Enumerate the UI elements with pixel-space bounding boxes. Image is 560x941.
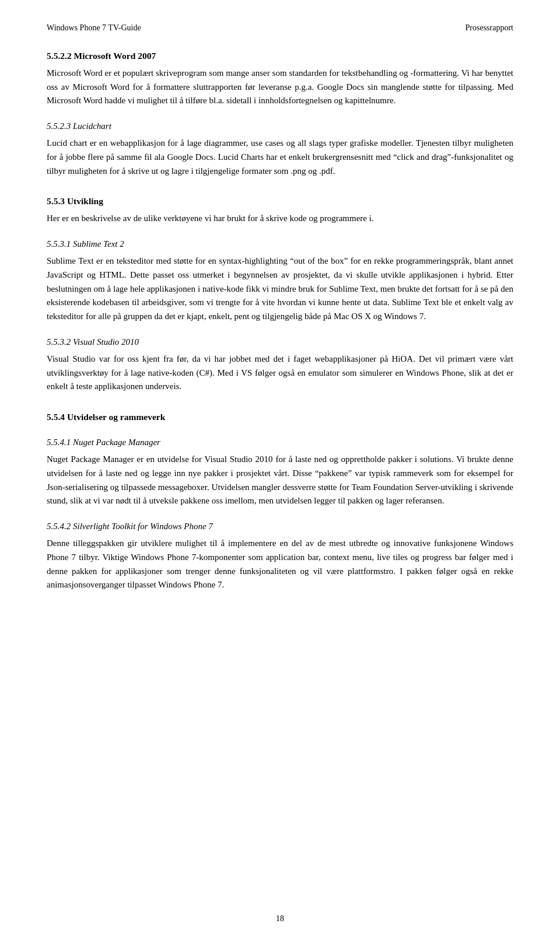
section-5522-heading: 5.5.2.2 Microsoft Word 2007 [47,49,513,63]
section-553-heading: 5.5.3 Utvikling [47,194,513,208]
section-5532: 5.5.3.2 Visual Studio 2010 Visual Studio… [47,335,513,394]
section-5522: 5.5.2.2 Microsoft Word 2007 Microsoft Wo… [47,49,513,108]
section-553-intro: Her er en beskrivelse av de ulike verktø… [47,212,513,226]
section-553: 5.5.3 Utvikling Her er en beskrivelse av… [47,194,513,226]
page-content: 5.5.2.2 Microsoft Word 2007 Microsoft Wo… [47,49,513,592]
section-5541: 5.5.4.1 Nuget Package Manager Nuget Pack… [47,436,513,508]
section-5531: 5.5.3.1 Sublime Text 2 Sublime Text er e… [47,237,513,324]
page: Windows Phone 7 TV-Guide Prosessrapport … [0,0,560,941]
section-5523-paragraph-1: Lucid chart er en webapplikasjon for å l… [47,137,513,178]
page-footer: 18 [0,914,560,923]
page-number: 18 [276,914,284,923]
section-5542: 5.5.4.2 Silverlight Toolkit for Windows … [47,520,513,592]
header-title-right: Prosessrapport [466,23,513,33]
section-5532-paragraph-1: Visual Studio var for oss kjent fra før,… [47,352,513,394]
section-5523: 5.5.2.3 Lucidchart Lucid chart er en web… [47,120,513,178]
section-554-heading: 5.5.4 Utvidelser og rammeverk [47,410,513,424]
section-5522-paragraph-1: Microsoft Word er et populært skriveprog… [47,67,513,108]
section-5531-heading: 5.5.3.1 Sublime Text 2 [47,237,513,251]
section-5531-paragraph-1: Sublime Text er en teksteditor med støtt… [47,254,513,323]
section-5523-heading: 5.5.2.3 Lucidchart [47,120,513,133]
page-header: Windows Phone 7 TV-Guide Prosessrapport [47,23,513,33]
section-5542-heading: 5.5.4.2 Silverlight Toolkit for Windows … [47,520,513,533]
section-5532-heading: 5.5.3.2 Visual Studio 2010 [47,335,513,349]
header-title-left: Windows Phone 7 TV-Guide [47,23,141,33]
section-5542-paragraph-1: Denne tilleggspakken gir utviklere mulig… [47,537,513,592]
section-5541-heading: 5.5.4.1 Nuget Package Manager [47,436,513,449]
section-554: 5.5.4 Utvidelser og rammeverk [47,410,513,424]
section-5541-paragraph-1: Nuget Package Manager er en utvidelse fo… [47,453,513,508]
